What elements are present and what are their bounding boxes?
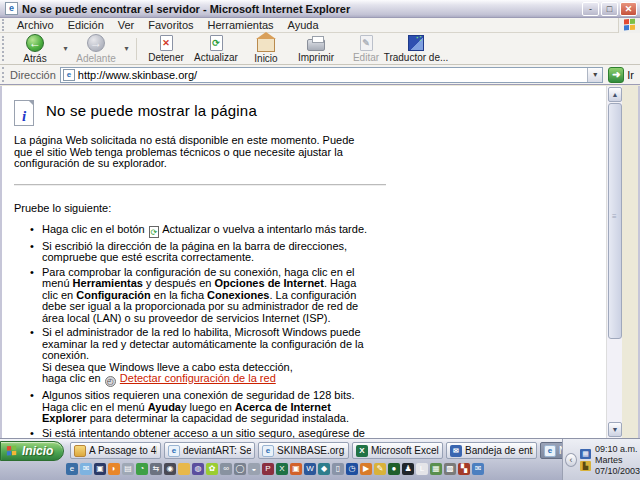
excel-quicklaunch-icon[interactable]: X — [276, 463, 288, 475]
messenger-icon[interactable]: ✿ — [206, 463, 218, 475]
refresh-inline-icon[interactable]: ⟳ — [149, 226, 159, 238]
bullet-text: Opciones de Internet — [214, 277, 323, 289]
error-bullet: Si está intentando obtener acceso a un s… — [30, 428, 374, 439]
clock-blue-icon[interactable]: ◷ — [346, 463, 358, 475]
word-icon[interactable]: W — [304, 463, 316, 475]
ie-quicklaunch-icon[interactable]: e — [66, 463, 78, 475]
address-input[interactable]: e http://www.skinbase.org/ ▾ — [60, 67, 603, 83]
refresh-button[interactable]: ⟳ Actualizar — [191, 34, 241, 64]
task-button[interactable]: ✉Bandeja de entr... — [446, 442, 537, 459]
corner-app-icon[interactable]: L — [416, 463, 428, 475]
network-icon[interactable]: ▦ — [580, 449, 591, 459]
task-button[interactable]: eSKINBASE.org: ... — [258, 442, 349, 459]
refresh-icon: ⟳ — [210, 35, 223, 51]
menu-archivo[interactable]: Archivo — [10, 18, 61, 32]
camera-icon[interactable]: ◉ — [164, 463, 176, 475]
scroll-up-icon[interactable]: ▲ — [608, 87, 622, 102]
start-flag-icon — [7, 446, 17, 457]
forward-dropdown[interactable]: ▾ — [121, 34, 132, 64]
back-dropdown[interactable]: ▾ — [60, 34, 71, 64]
ie-icon: e — [544, 445, 556, 457]
tray-time: 09:10 a.m. — [595, 444, 638, 454]
photoshop-icon[interactable]: P — [262, 463, 274, 475]
tray-clock[interactable]: 09:10 a.m. Martes 07/10/2003 — [595, 444, 640, 477]
task-button[interactable]: A Passage to 4D — [70, 442, 161, 459]
excel-icon: X — [356, 445, 368, 457]
task-label: A Passage to 4D — [89, 445, 157, 456]
penguin-icon[interactable]: ♟ — [402, 463, 414, 475]
taskbar: Inicio A Passage to 4DedeviantART: Se...… — [0, 438, 640, 480]
vertical-scrollbar[interactable]: ▲ ▼ — [606, 86, 622, 438]
home-button[interactable]: Inicio — [241, 34, 291, 64]
folder-icon — [74, 445, 86, 457]
page-favicon: e — [63, 69, 75, 81]
show-desktop-icon[interactable]: ▣ — [94, 463, 106, 475]
green-circle-icon[interactable]: ● — [388, 463, 400, 475]
close-button[interactable]: ✕ — [620, 2, 637, 16]
tool-gray-icon[interactable]: ◒ — [248, 463, 260, 475]
patch-icon[interactable]: ▚ — [458, 463, 470, 475]
edit-icon: ✎ — [360, 35, 373, 51]
film-icon[interactable]: ▩ — [444, 463, 456, 475]
task-button[interactable]: XMicrosoft Excel ... — [352, 442, 443, 459]
menu-favoritos[interactable]: Favoritos — [141, 18, 200, 32]
stop-button[interactable]: ✕ Detener — [141, 34, 191, 64]
menu-ayuda[interactable]: Ayuda — [281, 18, 326, 32]
error-bullet: Si escribió la dirección de la página en… — [30, 241, 374, 264]
toolbar-grip[interactable] — [2, 67, 7, 82]
mail-icon[interactable]: ✉ — [472, 463, 484, 475]
bullet-text: para determinar la capacidad de segurida… — [87, 412, 349, 424]
teal-app-icon[interactable]: ◆ — [318, 463, 330, 475]
bullet-text: Conexiones — [207, 289, 269, 301]
menu-ver[interactable]: Ver — [111, 18, 142, 32]
transfer-icon[interactable]: ⇆ — [150, 463, 162, 475]
start-button[interactable]: Inicio — [0, 441, 64, 461]
go-icon[interactable]: ➜ — [608, 67, 624, 83]
maximize-button[interactable]: □ — [601, 2, 618, 16]
toolbar-grip[interactable] — [2, 36, 7, 61]
bullet-text: Si desea que Windows lleve a cabo esta d… — [42, 361, 293, 373]
picture-icon[interactable]: ▦ — [430, 463, 442, 475]
winamp-icon[interactable]: ◗ — [108, 463, 120, 475]
go-label[interactable]: Ir — [627, 69, 634, 81]
bullet-text: Si el administrador de la red lo habilit… — [42, 326, 364, 361]
print-button[interactable]: Imprimir — [291, 34, 341, 64]
bullet-text: en la ficha — [151, 289, 207, 301]
toolbar-separator — [136, 38, 137, 60]
minimize-button[interactable]: - — [582, 2, 599, 16]
task-button[interactable]: edeviantART: Se... — [164, 442, 255, 459]
update-icon[interactable]: ▙ — [580, 461, 591, 471]
scroll-down-icon[interactable]: ▼ — [608, 422, 622, 437]
tray-chevron-icon[interactable]: ‹ — [565, 453, 577, 467]
menu-edicion[interactable]: Edición — [61, 18, 111, 32]
media-player-icon[interactable]: ▶ — [360, 463, 372, 475]
scheduler-icon[interactable]: ◔ — [136, 463, 148, 475]
toolbar-grip[interactable] — [2, 19, 7, 30]
error-page-icon: i — [14, 100, 34, 126]
task-label: Microsoft Excel ... — [371, 445, 439, 456]
detect-network-link[interactable]: Detectar configuración de la red — [120, 372, 276, 384]
scroll-thumb[interactable] — [608, 103, 622, 339]
detect-network-icon[interactable]: ◴ — [105, 376, 116, 387]
menu-herramientas[interactable]: Herramientas — [201, 18, 281, 32]
forward-button[interactable]: → Adelante — [71, 34, 121, 64]
outlook-express-icon[interactable]: ✉ — [80, 463, 92, 475]
floppy-icon[interactable]: ▯ — [332, 463, 344, 475]
stop-icon: ✕ — [160, 35, 173, 51]
home-icon — [257, 38, 275, 52]
task-label: Bandeja de entr... — [465, 445, 533, 456]
back-button[interactable]: ← Atrás — [10, 34, 60, 64]
ie-icon: e — [262, 445, 274, 457]
globe-gray-icon[interactable]: ◯ — [234, 463, 246, 475]
folder-quicklaunch-icon[interactable] — [178, 463, 190, 475]
globe-purple-icon[interactable]: ◍ — [192, 463, 204, 475]
pencil-icon[interactable]: ✎ — [374, 463, 386, 475]
links-icon[interactable]: ∞ — [220, 463, 232, 475]
translator-button[interactable]: Traductor de... — [391, 34, 441, 64]
notepad-icon[interactable]: ▤ — [122, 463, 134, 475]
bullet-text: y después en — [143, 277, 215, 289]
address-dropdown[interactable]: ▾ — [587, 68, 602, 82]
task-label: SKINBASE.org: ... — [277, 445, 345, 456]
orange-app-icon[interactable]: ▣ — [290, 463, 302, 475]
translator-icon — [408, 35, 424, 51]
